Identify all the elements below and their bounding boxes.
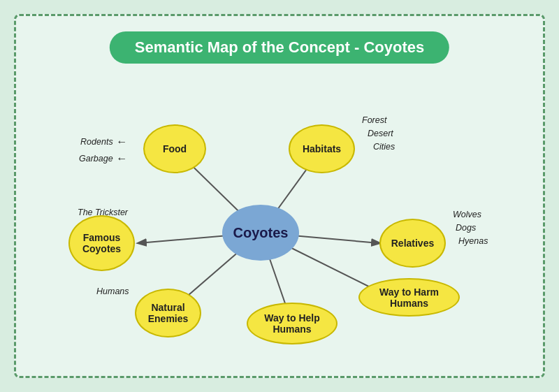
- node-natural-enemies: Natural Enemies: [135, 289, 201, 337]
- relatives-items-label: Wolves Dogs Hyenas: [453, 208, 488, 247]
- center-node: Coyotes: [222, 205, 299, 261]
- famous-label: Famous Coyotes: [82, 232, 121, 254]
- help-label: Way to Help Humans: [248, 312, 336, 335]
- habitats-items-label: Forest Desert Cities: [362, 114, 395, 153]
- center-label: Coyotes: [233, 225, 289, 241]
- natural-label: Natural Enemies: [148, 302, 189, 324]
- famous-sub-label: The Trickster: [78, 206, 128, 219]
- relatives-label: Relatives: [391, 238, 434, 249]
- food-items-label: Rodents ← Garbage ←: [79, 133, 127, 167]
- node-famous-coyotes: Famous Coyotes: [68, 215, 135, 271]
- main-frame: Semantic Map of the Concept - Coyotes Co…: [14, 14, 545, 378]
- node-relatives: Relatives: [379, 219, 446, 268]
- natural-sub-label: Humans: [96, 285, 129, 298]
- harm-label: Way to Harm Humans: [360, 286, 458, 309]
- node-habitats: Habitats: [289, 124, 355, 173]
- title-banner: Semantic Map of the Concept - Coyotes: [110, 31, 449, 64]
- habitats-label: Habitats: [303, 143, 341, 154]
- node-food: Food: [143, 124, 206, 173]
- food-label: Food: [163, 143, 187, 154]
- node-way-to-help: Way to Help Humans: [247, 303, 337, 344]
- node-way-to-harm: Way to Harm Humans: [358, 278, 460, 317]
- page-title: Semantic Map of the Concept - Coyotes: [135, 38, 424, 56]
